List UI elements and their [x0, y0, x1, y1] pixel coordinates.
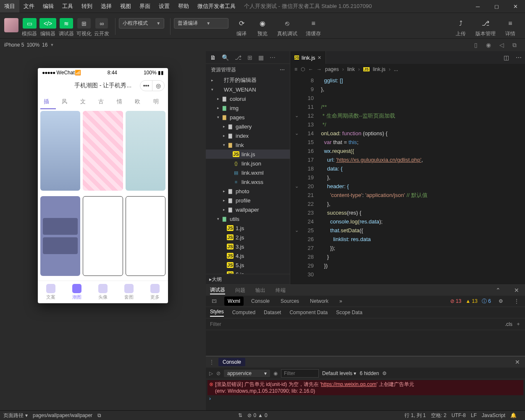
styles-tab[interactable]: Styles — [210, 309, 224, 317]
hidden-count[interactable]: 6 hidden — [360, 370, 379, 376]
visual-btn[interactable]: ⊞ — [77, 18, 91, 29]
tree-item-link.json[interactable]: {}link.json — [206, 159, 290, 168]
tree-item-photo[interactable]: ▸▇photo — [206, 186, 290, 196]
tab-debugger[interactable]: 调试器 — [210, 286, 225, 294]
compile-dropdown[interactable]: 普通编译▼ — [174, 18, 228, 29]
code-area[interactable]: ⌄⌄⌄⌄ 89101112131415161718192021222324252… — [290, 75, 525, 284]
phone-close-button[interactable]: ◎ — [152, 80, 165, 91]
console-clear-icon[interactable]: ⊘ — [216, 370, 220, 376]
close-button[interactable]: ✕ — [506, 0, 525, 13]
wallpaper-card[interactable] — [126, 111, 165, 191]
phone-tab[interactable]: 明星 — [150, 94, 165, 109]
console-close-icon[interactable]: ✕ — [513, 359, 522, 365]
tree-item-link.wxss[interactable]: ≡link.wxss — [206, 177, 290, 186]
tree-item-WX_WENAN[interactable]: ▾WX_WENAN — [206, 85, 290, 94]
editor-more-icon[interactable]: ⋯ — [512, 54, 525, 61]
avatar[interactable] — [4, 18, 18, 32]
encoding-info[interactable]: UTF-8 — [452, 412, 466, 418]
tree-item-6.js[interactable]: JS6.js — [206, 270, 290, 274]
editor-toggle[interactable]: </> — [39, 18, 56, 29]
info-badge[interactable]: ⓘ 6 — [482, 298, 491, 305]
tree-item-打开的编辑器[interactable]: ▸打开的编辑器 — [206, 76, 290, 85]
cursor-pos[interactable]: 行 1, 列 1 — [404, 412, 426, 419]
split-editor-icon[interactable]: ◫ — [500, 54, 512, 61]
devtool-menu-icon[interactable]: ⋮ — [511, 297, 522, 306]
console-settings-icon[interactable]: ⚙ — [382, 370, 387, 376]
outline-header[interactable]: ▸ 大纲 — [206, 274, 290, 284]
nav-item[interactable]: 潮图 — [72, 284, 81, 300]
menu-微信开发者工具[interactable]: 微信开发者工具 — [193, 0, 240, 13]
phone-tab[interactable]: 文字 — [77, 94, 92, 109]
phone-tab[interactable]: 风景 — [58, 94, 74, 109]
menu-帮助[interactable]: 帮助 — [174, 0, 193, 13]
device-cut-icon[interactable]: ⧉ — [512, 42, 517, 49]
tree-item-profile[interactable]: ▸▇profile — [206, 196, 290, 205]
upload-button[interactable]: ⤴ — [454, 18, 467, 29]
menu-工具[interactable]: 工具 — [58, 0, 77, 13]
dataset-tab[interactable]: Dataset — [264, 310, 281, 315]
notification-icon[interactable]: 🔔 — [510, 412, 517, 418]
cls-toggle[interactable]: .cls — [505, 321, 512, 327]
explorer-files-icon[interactable]: 🗎 — [210, 54, 216, 61]
devtool-wxml[interactable]: Wxml — [224, 297, 244, 306]
devtool-network[interactable]: Network — [307, 297, 332, 306]
console-error-link[interactable]: https://mp.weixin.qq.com — [321, 381, 376, 387]
tree-item-utils[interactable]: ▾▇utils — [206, 214, 290, 223]
menu-选择[interactable]: 选择 — [97, 0, 116, 13]
menu-文件[interactable]: 文件 — [19, 0, 39, 13]
tree-item-gallery[interactable]: ▸▇gallery — [206, 122, 290, 131]
indent-info[interactable]: 空格: 2 — [431, 412, 446, 419]
console-tab[interactable]: Console — [218, 358, 245, 366]
device-phone-icon[interactable]: ▯ — [474, 42, 478, 49]
style-filter-input[interactable] — [210, 321, 505, 327]
panel-close-icon[interactable]: ✕ — [512, 287, 521, 294]
tree-item-index[interactable]: ▸▇index — [206, 131, 290, 140]
device-mute-icon[interactable]: ◁ — [499, 42, 504, 49]
mode-dropdown[interactable]: 小程序模式▼ — [119, 18, 164, 29]
log-level-select[interactable]: Default levels ▾ — [322, 370, 356, 376]
explorer-ext-icon[interactable]: ⊞ — [247, 54, 252, 61]
explorer-git-icon[interactable]: ⎇ — [235, 54, 242, 61]
explorer-more-button[interactable]: ⋯ — [280, 67, 285, 73]
cloud-btn[interactable]: ∞ — [95, 18, 108, 29]
devtool-console[interactable]: Console — [248, 297, 273, 306]
devtool-more[interactable]: » — [336, 297, 346, 306]
phone-tab[interactable]: 插画 — [40, 94, 56, 109]
device-zoom[interactable]: 100% — [26, 42, 39, 48]
tree-item-4.js[interactable]: JS4.js — [206, 251, 290, 260]
nav-item[interactable]: 头像 — [98, 284, 108, 300]
menu-界面[interactable]: 界面 — [135, 0, 155, 13]
phone-tab[interactable]: 欧美 — [131, 94, 147, 109]
error-badge[interactable]: ⊘ 13 — [450, 298, 462, 304]
wallpaper-card[interactable] — [126, 196, 165, 276]
add-style-icon[interactable]: ＋ — [516, 320, 521, 328]
warn-badge[interactable]: ▲ 13 — [465, 298, 478, 304]
explorer-more-icon[interactable]: ⋯ — [270, 54, 276, 61]
tree-item-pages[interactable]: ▾▇pages — [206, 113, 290, 122]
menu-转到[interactable]: 转到 — [77, 0, 97, 13]
debugger-toggle[interactable]: ≋ — [60, 18, 73, 29]
context-select[interactable]: appservice▾ — [224, 370, 270, 377]
simulator-toggle[interactable]: ▭ — [23, 18, 37, 29]
breadcrumb-back-icon[interactable]: ← — [308, 66, 313, 72]
console-prompt[interactable]: › — [207, 395, 213, 402]
problem-count[interactable]: ⊘ 0 ▲ 0 — [247, 412, 267, 418]
menu-编辑[interactable]: 编辑 — [39, 0, 58, 13]
phone-menu-button[interactable]: ••• — [140, 80, 152, 91]
tab-output[interactable]: 输出 — [255, 287, 265, 294]
menu-项目[interactable]: 项目 — [0, 0, 19, 13]
breadcrumb-toggle-icon[interactable]: ≡ — [294, 66, 297, 72]
nav-item[interactable]: 更多 — [150, 284, 160, 300]
editor-tab[interactable]: JS link.js × — [290, 51, 326, 64]
minimize-button[interactable]: ─ — [468, 0, 487, 13]
phone-tab[interactable]: 情侣 — [113, 94, 129, 109]
lang-mode[interactable]: JavaScript — [482, 412, 505, 418]
devtool-sources[interactable]: Sources — [277, 297, 302, 306]
scroll-toggle-icon[interactable]: ⇅ — [238, 412, 242, 418]
realdev-button[interactable]: ⎋ — [281, 18, 294, 29]
phone-tab[interactable]: 古风 — [95, 94, 110, 109]
inspect-element-icon[interactable]: ⮹ — [208, 297, 220, 306]
explorer-db-icon[interactable]: ▦ — [258, 54, 264, 61]
tree-item-link[interactable]: ▾▇link — [206, 140, 290, 150]
menu-设置[interactable]: 设置 — [155, 0, 174, 13]
